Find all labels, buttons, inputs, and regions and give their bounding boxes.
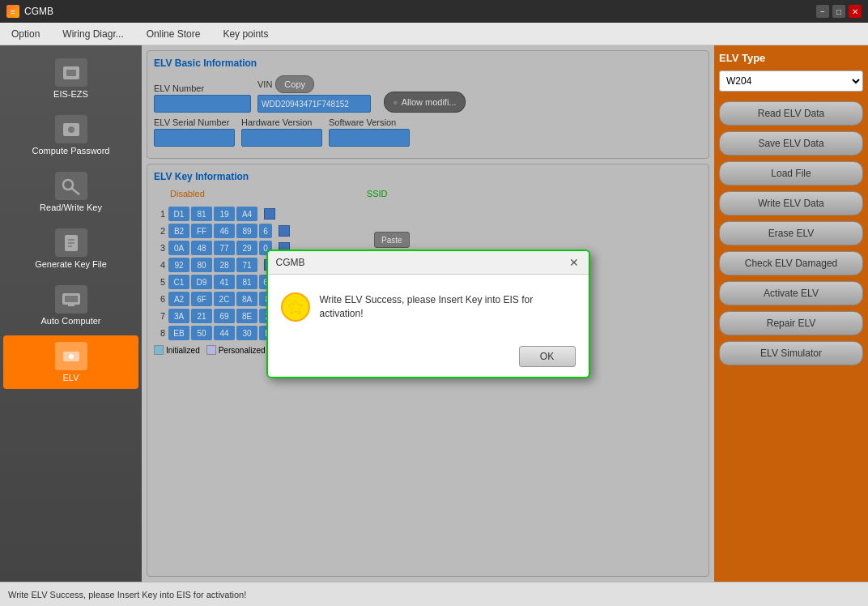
dialog-message: Write ELV Success, please Insert Key int… (320, 293, 576, 321)
menu-key-points[interactable]: Key points (218, 27, 273, 41)
generate-key-file-label: Generate Key File (35, 259, 107, 269)
svg-line-5 (71, 188, 79, 194)
svg-rect-1 (66, 70, 76, 76)
svg-rect-11 (65, 296, 78, 302)
title-bar: ≡ CGMB − □ ✕ (0, 0, 868, 23)
repair-elv-button[interactable]: Repair ELV (719, 311, 863, 335)
auto-computer-icon (55, 285, 87, 314)
check-elv-damaged-button[interactable]: Check ELV Damaged (719, 251, 863, 275)
cgmb-dialog: CGMB ✕ Write ELV Success, please Insert … (266, 250, 590, 378)
elv-icon (55, 342, 87, 370)
right-panel: ELV Type W204 Read ELV Data Save ELV Dat… (714, 45, 868, 582)
eis-ezs-icon (55, 58, 87, 87)
dialog-info-icon (281, 292, 310, 322)
dialog-title: CGMB (276, 257, 305, 268)
menu-online-store[interactable]: Online Store (142, 27, 206, 41)
maximize-button[interactable]: □ (832, 5, 845, 18)
status-message: Write ELV Success, please Insert Key int… (8, 590, 246, 600)
svg-point-4 (63, 180, 73, 190)
load-file-button[interactable]: Load File (719, 161, 863, 186)
dialog-overlay: CGMB ✕ Write ELV Success, please Insert … (142, 45, 714, 582)
minimize-button[interactable]: − (816, 5, 829, 18)
menu-option[interactable]: Option (6, 27, 45, 41)
generate-key-file-icon (55, 228, 87, 257)
dialog-footer: OK (268, 339, 589, 377)
ok-button[interactable]: OK (519, 346, 576, 367)
app-title: CGMB (24, 6, 816, 17)
elv-type-label: ELV Type (719, 52, 863, 64)
sidebar-item-compute-password[interactable]: Compute Password (3, 109, 138, 162)
content-area: ELV Basic Information ELV Number VIN Cop… (142, 45, 714, 582)
read-write-key-label: Read/Write Key (40, 203, 102, 212)
read-elv-data-button[interactable]: Read ELV Data (719, 101, 863, 126)
dialog-body: Write ELV Success, please Insert Key int… (268, 275, 589, 339)
close-button[interactable]: ✕ (849, 5, 862, 18)
write-elv-data-button[interactable]: Write ELV Data (719, 191, 863, 216)
app-icon: ≡ (6, 5, 19, 18)
sidebar-item-generate-key-file[interactable]: Generate Key File (3, 222, 138, 275)
svg-point-3 (68, 126, 74, 133)
dialog-close-button[interactable]: ✕ (568, 256, 581, 269)
activate-elv-button[interactable]: Activate ELV (719, 281, 863, 305)
main-layout: EIS-EZS Compute Password Read/Write Key … (0, 45, 868, 582)
sidebar-item-eis-ezs[interactable]: EIS-EZS (3, 52, 138, 105)
svg-point-14 (69, 354, 74, 359)
elv-type-select[interactable]: W204 (719, 70, 863, 92)
svg-rect-12 (68, 305, 74, 306)
read-write-key-icon (55, 172, 87, 200)
elv-simulator-button[interactable]: ELV Simulator (719, 341, 863, 365)
erase-elv-button[interactable]: Erase ELV (719, 221, 863, 245)
menu-wiring[interactable]: Wiring Diagr... (57, 27, 128, 41)
window-controls: − □ ✕ (816, 5, 862, 18)
compute-password-icon (55, 115, 87, 143)
dialog-title-bar: CGMB ✕ (268, 251, 589, 275)
menu-bar: Option Wiring Diagr... Online Store Key … (0, 23, 868, 45)
sidebar-item-read-write-key[interactable]: Read/Write Key (3, 165, 138, 219)
status-bar: Write ELV Success, please Insert Key int… (0, 582, 868, 606)
sidebar-item-elv[interactable]: ELV (3, 335, 138, 389)
sidebar: EIS-EZS Compute Password Read/Write Key … (0, 45, 142, 582)
compute-password-label: Compute Password (32, 146, 110, 156)
eis-ezs-label: EIS-EZS (53, 89, 88, 99)
elv-label: ELV (63, 373, 79, 382)
sidebar-item-auto-computer[interactable]: Auto Computer (3, 279, 138, 332)
auto-computer-label: Auto Computer (41, 316, 101, 326)
save-elv-data-button[interactable]: Save ELV Data (719, 131, 863, 156)
